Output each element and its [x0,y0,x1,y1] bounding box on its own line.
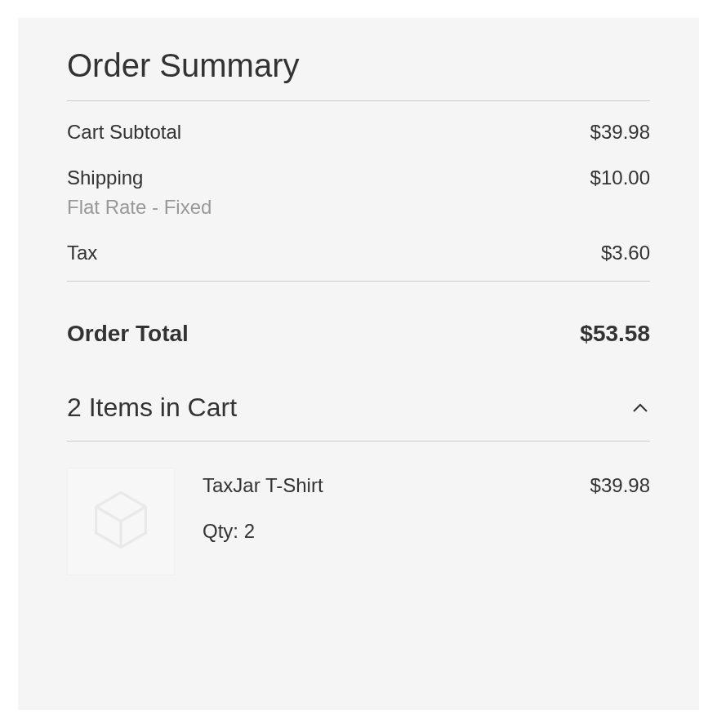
order-total-label: Order Total [67,321,189,347]
subtotal-row: Cart Subtotal $39.98 [67,121,650,144]
order-summary-title: Order Summary [67,47,650,101]
tax-label: Tax [67,242,97,264]
subtotal-value: $39.98 [590,121,650,144]
product-name: TaxJar T-Shirt [203,474,323,497]
tax-value: $3.60 [601,242,650,264]
subtotal-label: Cart Subtotal [67,121,181,144]
order-summary-card: Order Summary Cart Subtotal $39.98 Shipp… [18,18,699,710]
product-qty: Qty: 2 [203,520,323,543]
cart-items-toggle[interactable]: 2 Items in Cart [67,393,650,442]
shipping-label: Shipping [67,166,212,189]
cart-items-title: 2 Items in Cart [67,393,237,423]
shipping-value: $10.00 [590,166,650,189]
cart-item: TaxJar T-Shirt Qty: 2 $39.98 [67,468,650,575]
tax-row: Tax $3.60 [67,242,650,264]
chevron-up-icon [630,398,650,418]
product-thumbnail [67,468,175,575]
product-price: $39.98 [590,474,650,497]
shipping-row: Shipping Flat Rate - Fixed $10.00 [67,166,650,219]
shipping-sublabel: Flat Rate - Fixed [67,196,212,219]
product-info: TaxJar T-Shirt Qty: 2 $39.98 [203,468,650,543]
order-total-row: Order Total $53.58 [67,321,650,347]
placeholder-product-icon [88,487,154,556]
divider [67,281,650,282]
order-total-value: $53.58 [580,321,650,347]
product-details: TaxJar T-Shirt Qty: 2 [203,468,323,543]
